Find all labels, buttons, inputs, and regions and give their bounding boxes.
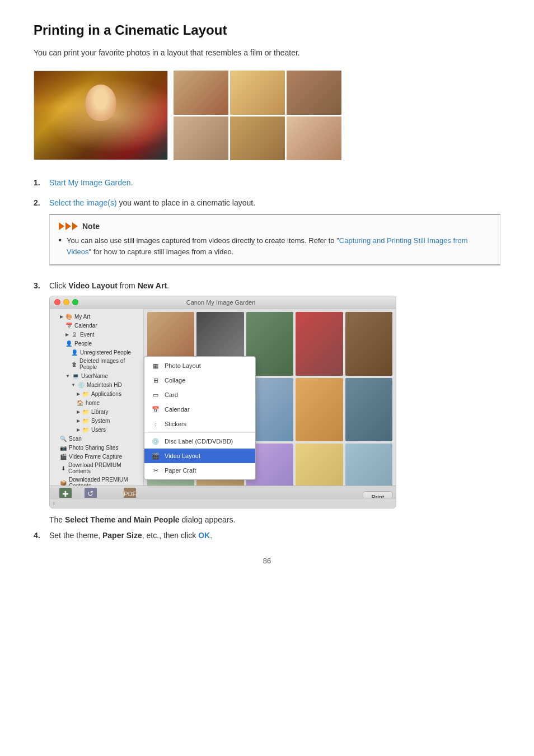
- library-icon: 📁: [82, 408, 89, 415]
- video-layout-icon: 🎬: [151, 451, 160, 460]
- screenshot-area: Canon My Image Garden ▶ 🎨 My Art 📅 Calen…: [49, 296, 396, 508]
- sidebar-label-event: Event: [80, 332, 95, 338]
- sidebar: ▶ 🎨 My Art 📅 Calendar ▶ 🗓 Event 👤 People…: [50, 309, 144, 508]
- sidebar-item-calendar[interactable]: 📅 Calendar: [50, 321, 143, 330]
- photo-4[interactable]: [296, 312, 343, 375]
- arrow-1: [59, 222, 64, 230]
- sidebar-item-unregistered[interactable]: 👤 Unregistered People: [50, 348, 143, 357]
- sidebar-item-download-premium[interactable]: ⬇ Download PREMIUM Contents: [50, 461, 143, 475]
- sidebar-item-people[interactable]: 👤 People: [50, 339, 143, 348]
- step-2-text: you want to place in a cinematic layout.: [117, 198, 255, 207]
- hero-mini-2: [230, 71, 285, 115]
- sidebar-item-scan[interactable]: 🔍 Scan: [50, 434, 143, 443]
- close-button-traffic[interactable]: [54, 299, 60, 305]
- step-3: 3. Click Video Layout from New Art.: [34, 281, 500, 290]
- sidebar-item-system[interactable]: ▶ 📁 System: [50, 416, 143, 425]
- sidebar-item-my-art[interactable]: ▶ 🎨 My Art: [50, 312, 143, 321]
- sidebar-item-home[interactable]: 🏠 home: [50, 398, 143, 407]
- maximize-button-traffic[interactable]: [72, 299, 78, 305]
- menu-paper-craft[interactable]: ✂ Paper Craft: [144, 463, 255, 478]
- sidebar-label-my-art: My Art: [74, 314, 90, 320]
- menu-disc-label-text: Disc Label (CD/DVD/BD): [165, 438, 233, 445]
- step-1-link[interactable]: Start My Image Garden.: [49, 178, 133, 187]
- note-label: Note: [82, 222, 100, 231]
- sidebar-item-deleted[interactable]: 🗑 Deleted Images of People: [50, 357, 143, 371]
- scan-icon: 🔍: [60, 435, 67, 442]
- note-link[interactable]: Capturing and Printing Still Images from…: [67, 236, 468, 256]
- menu-calendar[interactable]: 📅 Calendar: [144, 402, 255, 417]
- menu-paper-craft-label: Paper Craft: [165, 467, 196, 474]
- sidebar-label-system: System: [91, 418, 110, 424]
- step-3-number: 3.: [34, 281, 49, 290]
- menu-photo-layout[interactable]: ▦ Photo Layout: [144, 358, 255, 373]
- minimize-button-traffic[interactable]: [63, 299, 69, 305]
- menu-video-layout-label: Video Layout: [165, 452, 200, 459]
- menu-collage[interactable]: ⊞ Collage: [144, 373, 255, 388]
- step-4-ok-link[interactable]: OK: [198, 531, 210, 540]
- hero-mini-5: [230, 116, 285, 161]
- menu-calendar-label: Calendar: [165, 406, 190, 413]
- step-1-content: Start My Image Garden.: [49, 178, 500, 187]
- sidebar-label-applications: Applications: [91, 391, 121, 397]
- dialog-suffix: dialog appears.: [180, 515, 236, 524]
- sidebar-item-applications[interactable]: ▶ 📁 Applications: [50, 389, 143, 398]
- sidebar-item-event[interactable]: ▶ 🗓 Event: [50, 330, 143, 339]
- note-arrows-icon: [59, 222, 79, 230]
- menu-video-layout[interactable]: 🎬 Video Layout: [144, 449, 255, 463]
- event-expand-icon: ▶: [65, 332, 69, 337]
- app-expand-icon: ▶: [77, 391, 80, 396]
- photo-10[interactable]: [345, 378, 392, 441]
- photo-5[interactable]: [345, 312, 392, 375]
- deleted-icon: 🗑: [71, 361, 77, 367]
- sidebar-label-calendar: Calendar: [74, 323, 97, 329]
- menu-card-label: Card: [165, 391, 178, 398]
- sidebar-item-username[interactable]: ▼ 💻 UserName: [50, 371, 143, 380]
- lib-expand-icon: ▶: [77, 409, 80, 414]
- screenshot-titlebar: Canon My Image Garden: [50, 296, 396, 309]
- sidebar-label-macintosh: Macintosh HD: [87, 382, 122, 388]
- sidebar-item-photo-sharing[interactable]: 📷 Photo Sharing Sites: [50, 443, 143, 452]
- sidebar-item-users[interactable]: ▶ 📁 Users: [50, 425, 143, 434]
- sidebar-label-library: Library: [91, 409, 109, 415]
- page-number: 86: [263, 557, 271, 565]
- calendar2-icon: 📅: [151, 405, 160, 414]
- step-3-content: Click Video Layout from New Art.: [49, 281, 500, 290]
- stickers-icon: ⋮: [151, 419, 160, 428]
- hero-image-left: [34, 71, 168, 160]
- step-1-number: 1.: [34, 178, 49, 187]
- menu-photo-layout-label: Photo Layout: [165, 362, 201, 369]
- mac-icon: 💿: [78, 381, 85, 388]
- photo-9[interactable]: [296, 378, 343, 441]
- art-icon: 🎨: [65, 313, 72, 320]
- photo-layout-icon: ▦: [151, 361, 160, 370]
- menu-collage-label: Collage: [165, 377, 185, 384]
- calendar-icon: 📅: [65, 322, 72, 329]
- download-premium-icon: ⬇: [60, 465, 66, 472]
- event-icon: 🗓: [71, 331, 78, 338]
- sidebar-label-users: Users: [91, 427, 106, 433]
- page-title: Printing in a Cinematic Layout: [34, 22, 500, 38]
- menu-card[interactable]: ▭ Card: [144, 388, 255, 402]
- video-frame-icon: 🎬: [60, 453, 67, 460]
- sidebar-label-photo-sharing: Photo Sharing Sites: [69, 445, 118, 451]
- menu-separator: [144, 432, 255, 433]
- sidebar-item-macintosh[interactable]: ▼ 💿 Macintosh HD: [50, 380, 143, 389]
- username-icon: 💻: [72, 372, 79, 379]
- arrow-3: [72, 222, 78, 230]
- sidebar-item-library[interactable]: ▶ 📁 Library: [50, 407, 143, 416]
- intro-paragraph: You can print your favorite photos in a …: [34, 48, 500, 57]
- menu-disc-label[interactable]: 💿 Disc Label (CD/DVD/BD): [144, 434, 255, 449]
- dialog-text: The Select Theme and Main People dialog …: [49, 515, 500, 524]
- hero-mini-3: [287, 71, 341, 115]
- users-icon: 📁: [82, 426, 89, 433]
- sidebar-item-video-frame[interactable]: 🎬 Video Frame Capture: [50, 452, 143, 461]
- username-expand-icon: ▼: [65, 374, 70, 379]
- titlebar-title: Canon My Image Garden: [78, 299, 363, 306]
- page-footer: 86: [34, 557, 500, 565]
- step-2: 2. Select the image(s) you want to place…: [34, 198, 500, 207]
- step-2-link[interactable]: Select the image(s): [49, 198, 117, 207]
- menu-stickers[interactable]: ⋮ Stickers: [144, 417, 255, 431]
- sidebar-label-home: home: [86, 400, 100, 406]
- step-4-number: 4.: [34, 531, 49, 540]
- sidebar-label-video-frame: Video Frame Capture: [69, 454, 122, 460]
